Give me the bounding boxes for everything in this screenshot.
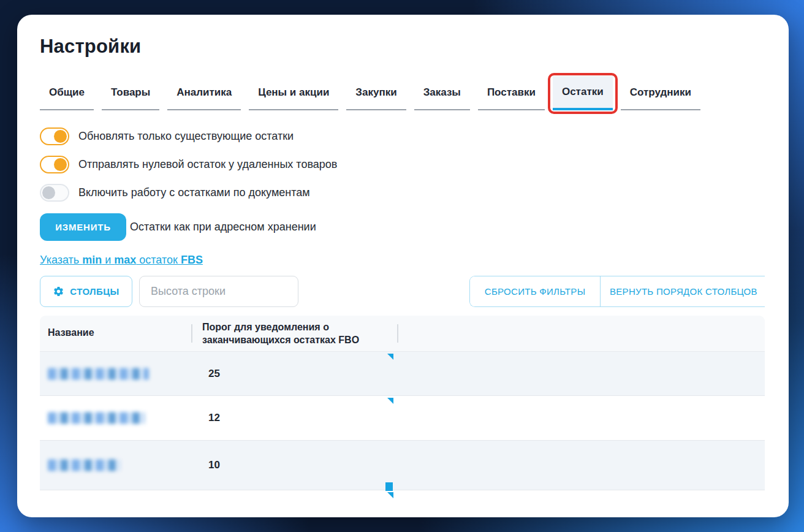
link-text-bold: max	[114, 254, 136, 266]
product-name-link-redacted[interactable]	[48, 368, 149, 379]
toggle-row-update-existing: Обновлять только существующие остатки	[40, 127, 294, 145]
table-row: 12	[40, 396, 765, 441]
column-header-name: Название	[48, 327, 94, 338]
link-text: остаток	[136, 254, 181, 266]
cell-corner-marker	[387, 492, 393, 498]
cell-corner-marker	[387, 398, 393, 404]
tab-employees[interactable]: Сотрудники	[621, 76, 700, 110]
restore-column-order-button[interactable]: ВЕРНУТЬ ПОРЯДОК СТОЛБЦОВ	[601, 276, 765, 306]
link-text-bold: FBS	[181, 254, 203, 266]
product-name-link-redacted[interactable]	[48, 412, 145, 424]
fbo-threshold-cell[interactable]: 25	[208, 368, 220, 380]
desktop-background: Настройки Общие Товары Аналитика Цены и …	[0, 0, 804, 532]
gear-icon	[53, 286, 64, 297]
toggle-knob	[54, 130, 67, 143]
toggle-label: Включить работу с остатками по документа…	[78, 186, 310, 199]
toggle-label: Обновлять только существующие остатки	[78, 130, 294, 143]
fbo-threshold-cell[interactable]: 10	[208, 459, 220, 471]
tab-orders[interactable]: Заказы	[414, 76, 470, 110]
stock-table: Название Порог для уведомления о заканчи…	[40, 316, 765, 517]
toggle-knob	[42, 186, 55, 199]
filters-button-group: СБРОСИТЬ ФИЛЬТРЫ ВЕРНУТЬ ПОРЯДОК СТОЛБЦО…	[469, 276, 765, 307]
resize-handle[interactable]	[385, 482, 393, 491]
tab-general[interactable]: Общие	[40, 76, 94, 110]
address-storage-label: Остатки как при адресном хранении	[130, 221, 316, 234]
tab-supplies[interactable]: Поставки	[478, 76, 545, 110]
product-name-link-redacted[interactable]	[48, 460, 120, 471]
page-title: Настройки	[40, 36, 141, 58]
table-toolbar: СТОЛБЦЫ СБРОСИТЬ ФИЛЬТРЫ ВЕРНУТЬ ПОРЯДОК…	[17, 276, 765, 307]
row-height-input[interactable]	[139, 276, 298, 307]
link-text-bold: min	[82, 254, 102, 266]
toggle-send-zero-stock[interactable]	[40, 156, 69, 173]
tab-products[interactable]: Товары	[102, 76, 159, 110]
link-text: и	[102, 254, 114, 266]
table-row-partial	[40, 490, 765, 517]
toggle-row-documents: Включить работу с остатками по документа…	[40, 184, 310, 202]
settings-page-card: Настройки Общие Товары Аналитика Цены и …	[17, 15, 789, 517]
change-button[interactable]: ИЗМЕНИТЬ	[40, 213, 126, 241]
toggle-knob	[54, 158, 67, 171]
link-text: Указать	[40, 254, 82, 266]
column-separator[interactable]	[397, 324, 398, 343]
table-header: Название Порог для уведомления о заканчи…	[40, 316, 765, 352]
tab-stock-label: Остатки	[562, 86, 604, 98]
toggle-stock-by-documents[interactable]	[40, 184, 69, 202]
reset-filters-button[interactable]: СБРОСИТЬ ФИЛЬТРЫ	[470, 276, 601, 306]
fbo-threshold-cell[interactable]: 12	[208, 412, 220, 424]
toggle-update-existing-stock[interactable]	[40, 127, 69, 145]
table-row: 25	[40, 352, 765, 396]
tab-purchases[interactable]: Закупки	[346, 76, 406, 110]
toggle-row-send-zero: Отправлять нулевой остаток у удаленных т…	[40, 156, 337, 173]
columns-button[interactable]: СТОЛБЦЫ	[40, 276, 132, 307]
tab-prices-promos[interactable]: Цены и акции	[249, 76, 338, 110]
toggle-label: Отправлять нулевой остаток у удаленных т…	[78, 158, 337, 171]
column-separator[interactable]	[191, 324, 192, 343]
settings-tab-bar: Общие Товары Аналитика Цены и акции Заку…	[40, 76, 708, 110]
column-header-fbo-threshold: Порог для уведомления о заканчивающихся …	[202, 321, 400, 347]
tab-stock-active[interactable]: Остатки	[553, 76, 613, 110]
address-storage-row: ИЗМЕНИТЬ Остатки как при адресном хранен…	[40, 213, 316, 241]
cell-corner-marker	[387, 354, 393, 360]
columns-button-label: СТОЛБЦЫ	[70, 286, 119, 297]
tab-analytics[interactable]: Аналитика	[167, 76, 241, 110]
fbs-min-max-link[interactable]: Указать min и max остаток FBS	[40, 254, 203, 267]
table-row: 10	[40, 441, 765, 490]
